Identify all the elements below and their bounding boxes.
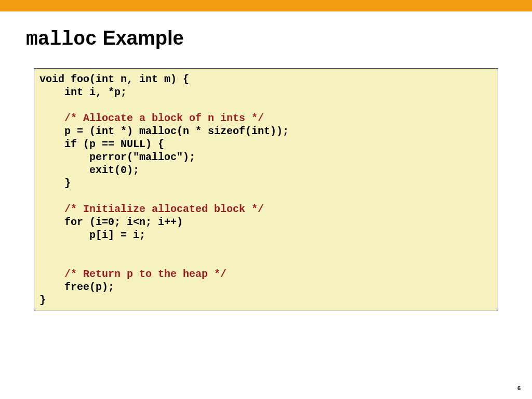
code-line: free(p); xyxy=(39,281,114,293)
code-comment: /* Allocate a block of n ints */ xyxy=(39,112,264,124)
code-line: void foo(int n, int m) { xyxy=(39,73,189,85)
code-line: perror("malloc"); xyxy=(39,151,195,163)
title-code-word: malloc xyxy=(26,28,97,50)
page-number: 6 xyxy=(517,385,521,391)
code-line: } xyxy=(39,177,71,189)
code-block: void foo(int n, int m) { int i, *p; /* A… xyxy=(34,68,498,311)
code-line: for (i=0; i<n; i++) xyxy=(39,216,183,228)
code-line: if (p == NULL) { xyxy=(39,138,164,150)
top-accent-bar xyxy=(0,0,532,11)
code-line: } xyxy=(39,294,46,306)
slide-title: malloc Example xyxy=(26,27,506,50)
code-line: p[i] = i; xyxy=(39,229,145,241)
code-line: p = (int *) malloc(n * sizeof(int)); xyxy=(39,125,289,137)
code-line: int i, *p; xyxy=(39,86,127,98)
title-rest: Example xyxy=(97,27,184,49)
code-line: exit(0); xyxy=(39,164,139,176)
slide-body: malloc Example void foo(int n, int m) { … xyxy=(0,11,532,311)
code-comment: /* Return p to the heap */ xyxy=(39,268,227,280)
code-comment: /* Initialize allocated block */ xyxy=(39,203,264,215)
